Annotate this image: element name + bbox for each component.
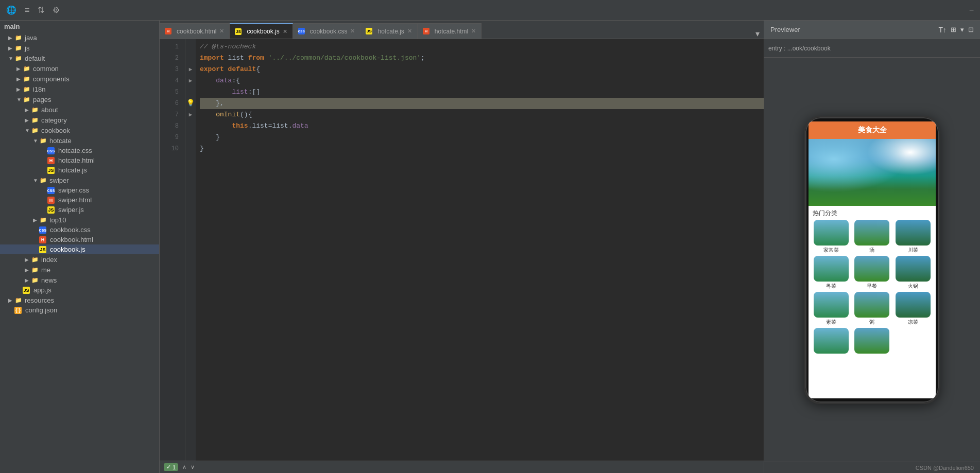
arrow-down-icon[interactable]: ∨ [191,464,195,470]
js-icon: JS [23,287,30,294]
code-line-3: export default{ [200,64,764,75]
sidebar-item-cookbook-html[interactable]: H cookbook.html [0,235,159,244]
sidebar-item-index[interactable]: ▶ 📁 index [0,254,159,265]
sidebar-label: swiper [49,177,69,184]
code-text: :[] [248,86,260,98]
code-editor[interactable]: 1 2 3 4 5 6 7 8 9 10 ▶ ▶ 💡 ▶ [160,39,764,461]
bottom-status: CSDN @Dandelion650 [764,462,980,473]
editor-area: H cookbook.html ✕ JS cookbook.js ✕ css c… [160,21,764,473]
grid-label: 素菜 [826,319,836,326]
tab-cookbook-js[interactable]: JS cookbook.js ✕ [230,23,293,39]
tabs-overflow-icon[interactable]: ▾ [751,29,764,39]
sidebar-item-hotcate-js[interactable]: JS hotcate.js [0,165,159,175]
sidebar-label: default [25,55,45,62]
sidebar-item-cookbook[interactable]: ▼ 📁 cookbook [0,125,159,135]
code-line-7: onInit(){ [200,109,764,120]
sidebar-item-pages[interactable]: ▼ 📁 pages [0,94,159,104]
sidebar-item-common[interactable]: ▶ 📁 common [0,63,159,74]
grid-img [854,220,889,246]
sidebar-item-category[interactable]: ▶ 📁 category [0,115,159,125]
tab-close-icon[interactable]: ✕ [350,28,355,34]
sidebar-item-about[interactable]: ▶ 📁 about [0,104,159,115]
code-line-10: } [200,143,764,154]
grid-img [854,256,889,282]
grid-item-zaocan: 早餐 [853,256,892,290]
sidebar-item-hotcate-css[interactable]: css hotcate.css [0,146,159,155]
sidebar-item-cookbook-js[interactable]: JS cookbook.js [0,244,159,254]
sidebar-label: category [41,116,67,124]
sidebar-item-swiper-html[interactable]: H swiper.html [0,195,159,205]
grid-img [854,292,889,318]
sidebar-item-configjson[interactable]: { } config.json [0,305,159,315]
code-text: ; [421,52,425,64]
arrow-icon: ▶ [25,267,31,273]
entry-label: entry : ...ook/cookbook [768,45,831,52]
sidebar-item-news[interactable]: ▶ 📁 news [0,275,159,285]
line-gutter: ▶ ▶ 💡 ▶ [185,39,196,461]
arrow-icon: ▼ [25,128,31,133]
sidebar-label: config.json [25,306,57,314]
tab-close-icon[interactable]: ✕ [283,28,287,35]
code-text: this [232,120,248,132]
html-icon: H [47,157,55,164]
grid-img [896,292,931,318]
code-line-2: import list from '../../common/data/cook… [200,52,764,64]
tab-hotcate-js[interactable]: JS hotcate.js ✕ [360,23,417,39]
phone-banner [809,139,936,206]
layout-icon[interactable]: ⊞ [951,26,956,33]
grid-item-extra1 [812,328,851,355]
tab-cookbook-html[interactable]: H cookbook.html ✕ [160,23,230,39]
tab-close-icon[interactable]: ✕ [471,28,476,34]
tab-label: cookbook.js [247,28,279,35]
arrow-up-icon[interactable]: ∧ [182,464,186,470]
code-text: :{ [232,75,240,86]
sidebar-item-swiper-js[interactable]: JS swiper.js [0,205,159,215]
sidebar-label: components [33,75,70,83]
sidebar-item-hotcate-html[interactable]: H hotcate.html [0,155,159,165]
sidebar-item-js[interactable]: ▶ 📁 js [0,43,159,53]
tab-close-icon[interactable]: ✕ [407,28,412,34]
tab-label: cookbook.css [310,28,348,35]
code-content[interactable]: // @ts-nocheck import list from '../../c… [196,39,764,461]
grid-label: 粤菜 [826,283,836,290]
sidebar-item-appjs[interactable]: JS app.js [0,285,159,295]
sidebar-item-hotcate[interactable]: ▼ 📁 hotcate [0,135,159,146]
settings-icon[interactable]: ⚙ [50,3,62,17]
js-icon: JS [47,206,55,214]
html-icon: H [423,28,429,34]
sidebar-item-java[interactable]: ▶ 📁 java [0,32,159,43]
tab-close-icon[interactable]: ✕ [219,28,224,34]
sidebar-label: swiper.html [58,196,92,204]
sidebar-item-cookbook-css[interactable]: css cookbook.css [0,225,159,235]
sidebar-item-swiper-css[interactable]: css swiper.css [0,185,159,195]
globe-icon[interactable]: 🌐 [4,3,19,17]
minimize-icon[interactable]: − [967,4,976,17]
font-size-icon[interactable]: T↑ [938,26,947,34]
code-text: }, [200,98,224,109]
sidebar-label: cookbook [41,127,70,134]
arrow-icon: ▶ [16,86,23,92]
menu-icon[interactable]: ≡ [23,4,31,17]
sidebar-item-i18n[interactable]: ▶ 📁 i18n [0,84,159,94]
grid-img [896,220,931,246]
grid-label: 汤 [869,247,874,254]
folder-icon: 📁 [23,95,31,103]
sidebar-label: swiper.css [58,186,89,194]
sidebar-item-resources[interactable]: ▶ 📁 resources [0,295,159,305]
html-icon: H [39,236,46,243]
sidebar-item-components[interactable]: ▶ 📁 components [0,74,159,84]
arrow-icon: ▼ [33,178,39,183]
tab-cookbook-css[interactable]: css cookbook.css ✕ [293,23,361,39]
sidebar-item-swiper[interactable]: ▼ 📁 swiper [0,175,159,185]
sidebar-item-default[interactable]: ▼ 📁 default [0,53,159,63]
sort-icon[interactable]: ⇅ [36,3,46,17]
expand-icon[interactable]: ⊡ [968,26,974,33]
sidebar-item-top10[interactable]: ▶ 📁 top10 [0,215,159,225]
grid-img [814,292,849,318]
dropdown-icon[interactable]: ▾ [960,26,964,33]
arrow-icon: ▶ [8,35,14,41]
sidebar-item-me[interactable]: ▶ 📁 me [0,265,159,275]
code-text: list [228,52,248,64]
code-text [200,120,232,132]
tab-hotcate-html[interactable]: H hotcate.html ✕ [418,23,482,39]
